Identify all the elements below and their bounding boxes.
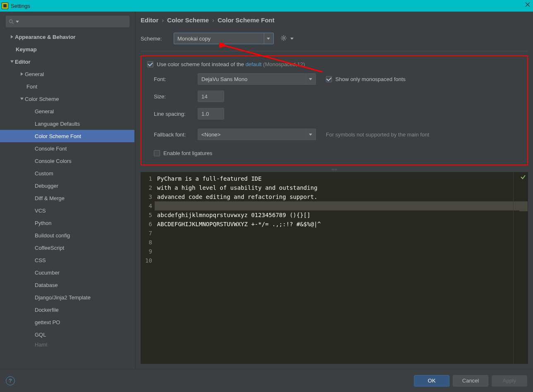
- scheme-row: Scheme: Monokai copy: [136, 31, 533, 46]
- tree-cs-css[interactable]: CSS: [0, 254, 134, 266]
- font-value: DejaVu Sans Mono: [201, 76, 248, 82]
- font-combo[interactable]: DejaVu Sans Mono: [198, 73, 316, 85]
- fallback-label: Fallback font:: [154, 131, 194, 138]
- vertical-grip-icon[interactable]: ፨፨: [136, 167, 533, 172]
- sidebar: Appearance & Behavior Keymap Editor Gene…: [0, 12, 136, 369]
- fallback-hint: For symbols not supported by the main fo…: [326, 131, 429, 138]
- svg-line-8: [285, 39, 285, 40]
- chevron-down-icon: [306, 129, 312, 140]
- tree-cs-cucumber[interactable]: Cucumber: [0, 266, 134, 279]
- divider: [141, 51, 528, 51]
- gear-icon[interactable]: [280, 35, 287, 43]
- use-scheme-label-a: Use color scheme font instead of the: [157, 61, 246, 67]
- help-icon[interactable]: ?: [6, 376, 15, 385]
- tree-keymap[interactable]: Keymap: [0, 43, 134, 55]
- tree-cs-diff[interactable]: Diff & Merge: [0, 192, 134, 204]
- search-options-icon[interactable]: [16, 21, 19, 23]
- svg-point-0: [10, 19, 12, 22]
- settings-tree[interactable]: Appearance & Behavior Keymap Editor Gene…: [0, 31, 135, 369]
- tree-editor[interactable]: Editor: [0, 55, 134, 68]
- default-link[interactable]: default: [246, 61, 262, 67]
- font-row: Font: DejaVu Sans Mono Show only monospa…: [147, 73, 521, 85]
- tree-cs-console-font[interactable]: Console Font: [0, 142, 134, 155]
- crumb-2[interactable]: Color Scheme: [167, 17, 209, 24]
- tree-appearance[interactable]: Appearance & Behavior: [0, 31, 134, 43]
- chevron-down-icon: [306, 74, 312, 84]
- svg-line-9: [282, 39, 282, 40]
- chevron-down-icon: [264, 33, 270, 44]
- svg-line-10: [285, 36, 285, 36]
- scheme-value: Monokai copy: [177, 36, 210, 42]
- use-scheme-suffix: (Monospaced,12): [263, 61, 305, 67]
- ligatures-checkbox[interactable]: Enable font ligatures: [147, 150, 521, 156]
- fallback-combo[interactable]: <None>: [198, 129, 316, 140]
- tree-cs-database[interactable]: Database: [0, 279, 134, 291]
- search-input[interactable]: [6, 16, 129, 27]
- checkbox-icon: [154, 150, 160, 156]
- size-input[interactable]: [198, 91, 224, 102]
- cancel-button[interactable]: Cancel: [453, 375, 488, 387]
- tree-cs-coffee[interactable]: CoffeeScript: [0, 241, 134, 254]
- ok-button[interactable]: OK: [414, 375, 449, 387]
- tree-font[interactable]: Font: [0, 80, 134, 93]
- svg-line-7: [282, 36, 282, 36]
- chevron-right-icon: ›: [212, 17, 214, 24]
- editor-marker: [519, 202, 528, 211]
- editor-vline: [513, 172, 514, 363]
- spacing-row: Line spacing:: [147, 108, 521, 120]
- tree-cs-debugger[interactable]: Debugger: [0, 179, 134, 192]
- apply-button: Apply: [492, 375, 527, 387]
- svg-point-2: [283, 37, 285, 39]
- font-settings-panel: Use color scheme font instead of the def…: [141, 55, 528, 165]
- tree-general[interactable]: General: [0, 68, 134, 80]
- checkbox-icon: [326, 76, 332, 82]
- use-scheme-font-checkbox[interactable]: Use color scheme font instead of the def…: [147, 61, 521, 67]
- footer: ? OK Cancel Apply: [0, 369, 533, 392]
- tree-cs-lang-defaults[interactable]: Language Defaults: [0, 117, 134, 130]
- fallback-value: <None>: [201, 131, 220, 138]
- content: Appearance & Behavior Keymap Editor Gene…: [0, 12, 533, 369]
- tree-cs-font[interactable]: Color Scheme Font: [0, 130, 134, 142]
- editor-gutter: 12345678910: [141, 172, 155, 363]
- titlebar: Settings: [0, 0, 533, 12]
- ligatures-label: Enable font ligatures: [163, 150, 213, 156]
- tree-color-scheme[interactable]: Color Scheme: [0, 93, 134, 105]
- tree-cs-buildout[interactable]: Buildout config: [0, 229, 134, 241]
- fallback-row: Fallback font: <None> For symbols not su…: [147, 129, 521, 140]
- tree-cs-vcs[interactable]: VCS: [0, 204, 134, 217]
- chevron-right-icon: ›: [162, 17, 164, 24]
- ok-flag-icon: [520, 174, 526, 181]
- app-icon: [2, 2, 8, 9]
- checkbox-icon: [147, 61, 153, 67]
- tree-cs-dockerfile[interactable]: Dockerfile: [0, 304, 134, 316]
- tree-cs-more[interactable]: Haml: [0, 341, 134, 348]
- tree-cs-django[interactable]: Django/Jinja2 Template: [0, 291, 134, 304]
- svg-line-1: [12, 22, 13, 24]
- scheme-label: Scheme:: [141, 36, 169, 42]
- tree-cs-gql[interactable]: GQL: [0, 328, 134, 341]
- tree-cs-general[interactable]: General: [0, 105, 134, 117]
- font-label: Font:: [154, 76, 194, 82]
- gear-menu-icon[interactable]: [290, 38, 294, 40]
- tree-cs-gettext[interactable]: gettext PO: [0, 316, 134, 328]
- only-mono-checkbox[interactable]: Show only monospaced fonts: [326, 76, 406, 82]
- breadcrumb: Editor › Color Scheme › Color Scheme Fon…: [136, 15, 533, 31]
- window-title: Settings: [11, 3, 30, 9]
- scheme-combo[interactable]: Monokai copy: [174, 33, 274, 44]
- spacing-input[interactable]: [198, 108, 224, 120]
- tree-cs-console-colors[interactable]: Console Colors: [0, 155, 134, 167]
- tree-cs-custom[interactable]: Custom: [0, 167, 134, 179]
- size-row: Size:: [147, 91, 521, 102]
- main-panel: Editor › Color Scheme › Color Scheme Fon…: [136, 12, 533, 369]
- spacing-label: Line spacing:: [154, 111, 194, 117]
- crumb-1[interactable]: Editor: [141, 17, 158, 24]
- only-mono-label: Show only monospaced fonts: [335, 76, 406, 82]
- editor-code: PyCharm is a full-featured IDEwith a hig…: [155, 172, 528, 363]
- preview-editor[interactable]: 12345678910 PyCharm is a full-featured I…: [141, 172, 528, 364]
- tree-cs-python[interactable]: Python: [0, 217, 134, 229]
- close-icon[interactable]: [525, 2, 531, 8]
- size-label: Size:: [154, 93, 194, 100]
- crumb-3: Color Scheme Font: [218, 17, 275, 24]
